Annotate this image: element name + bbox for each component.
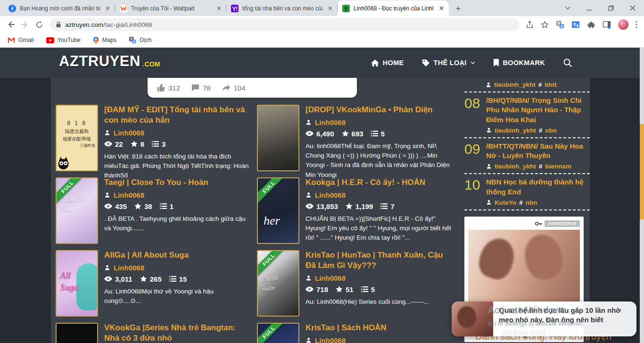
translate-page-icon[interactable] xyxy=(571,20,580,29)
restore-icon[interactable] xyxy=(608,5,614,11)
story-stats: 718 51 5 xyxy=(305,285,451,293)
side-panel-icon[interactable] xyxy=(603,20,611,29)
story-cover[interactable]: FULL Close To You xyxy=(56,177,98,244)
tab-title: Truyện của Tôi - Wattpad xyxy=(131,5,211,12)
story-author[interactable]: Linh0068 xyxy=(305,191,451,199)
comments-counter[interactable]: 78 xyxy=(191,84,211,92)
notification-toast[interactable]: Quan hệ tình dục lâu gấp 10 lần nhờ mẹo … xyxy=(452,301,636,336)
story-cover[interactable]: Nhà xyxy=(56,323,98,343)
full-ribbon: FULL xyxy=(257,323,287,343)
rank-item[interactable]: 10 NBN Học bá dưỡng thành hệ thống End K… xyxy=(464,177,590,206)
minimize-icon[interactable] xyxy=(586,5,592,11)
shares-counter[interactable]: 104 xyxy=(222,84,246,92)
rank-author[interactable]: tieubinh_ykht # bhtt xyxy=(486,81,590,88)
story-title[interactable]: [ĐAM MỸ - EDIT] Tổng tài nhà bên và con … xyxy=(104,105,250,125)
translate-ext-icon[interactable] xyxy=(556,20,564,29)
story-title[interactable]: [DROP] VKookMinGa • Phản Diện xyxy=(305,105,451,115)
author-name: Linh0068 xyxy=(315,118,346,126)
story-cover[interactable]: FULL Thanh xuân xyxy=(257,250,299,317)
rank-title[interactable]: /BHTT/QT/NBN/ Sau Này Hoa Nở - Luyên Thu… xyxy=(486,142,590,161)
wattpad-icon xyxy=(120,5,127,12)
views-count: 435 xyxy=(115,202,127,210)
logo-text: AZTRUYEN xyxy=(59,53,140,70)
story-author[interactable]: Linh0068 xyxy=(305,118,451,126)
bookmark-youtube[interactable]: YouTube xyxy=(46,37,81,43)
story-title[interactable]: Kookga | H.E.R - Cô ấy! - HOÀN xyxy=(305,177,451,188)
rank-author[interactable]: KuteYo # nbn xyxy=(486,199,590,206)
rank-author[interactable]: tieubinh_ykht # biennam xyxy=(486,163,590,170)
close-icon[interactable] xyxy=(215,5,223,12)
story-cover[interactable]: FULL her xyxy=(257,177,299,244)
story-stats: 13,853 1,199 7 xyxy=(305,202,451,210)
cover-text: her xyxy=(264,212,292,229)
site-logo[interactable]: AZTRUYEN .COM xyxy=(59,53,160,70)
bookmark-dich[interactable]: Dịch xyxy=(129,36,151,44)
story-title[interactable]: VKookGa |Series Nhà trẻ Bangtan: Nhà có … xyxy=(104,323,250,343)
forward-icon[interactable] xyxy=(19,18,31,31)
close-window-icon[interactable] xyxy=(630,5,636,11)
parts-count: 7 xyxy=(390,202,394,210)
close-icon[interactable] xyxy=(104,5,111,12)
dashed-divider xyxy=(464,137,590,138)
close-icon[interactable] xyxy=(438,5,445,12)
story-cover[interactable]: 8 1 8 隔壁总裁和 他家的影帝喵 ◎逢时遇 xyxy=(56,105,98,171)
kebab-menu-icon[interactable] xyxy=(636,21,637,28)
back-icon[interactable] xyxy=(5,18,17,31)
address-bar[interactable]: aztruyen.com/tac-gia/Linh0068 xyxy=(50,18,519,31)
story-cover[interactable]: FULL xyxy=(257,323,299,343)
rank-title[interactable]: NBN Học bá dưỡng thành hệ thống End xyxy=(486,177,590,197)
bookmark-gmail[interactable]: Gmail xyxy=(8,37,34,43)
story-card: FULL KrisTao | Sách HOÀN Linh0068 408 62… xyxy=(257,323,451,343)
story-title[interactable]: KrisTao | HunTao | Thanh Xuân, Cậu Đã Là… xyxy=(305,250,451,271)
story-author[interactable]: Linh0068 xyxy=(104,191,250,199)
toast-text[interactable]: Quan hệ tình dục lâu gấp 10 lần nhờ mẹo … xyxy=(493,301,636,336)
share-icon[interactable] xyxy=(526,21,534,29)
story-title[interactable]: KrisTao | Sách HOÀN xyxy=(305,323,451,333)
story-cover[interactable] xyxy=(257,105,299,171)
scrollbar-thumb[interactable] xyxy=(640,124,644,219)
extensions-puzzle-icon[interactable] xyxy=(587,20,595,29)
new-tab-button[interactable] xyxy=(452,2,465,15)
tab-facebook[interactable]: Bạn Hoàng mời cưới đã nhắn tin xyxy=(4,0,115,16)
shares-count: 104 xyxy=(234,84,246,92)
rank-item[interactable]: 09 /BHTT/QT/NBN/ Sau Này Hoa Nở - Luyên … xyxy=(464,142,590,170)
ad-network-label[interactable]: ADSKEEPER xyxy=(545,220,580,227)
tab-search-chevron-icon[interactable] xyxy=(565,6,570,10)
likes-counter[interactable]: 312 xyxy=(157,84,180,92)
nav-bookmark[interactable]: BOOKMARK xyxy=(493,59,545,67)
story-title[interactable]: Taegi | Close To You - Hoàn xyxy=(104,177,250,188)
rank-title[interactable]: /BH/QT/NBN/ Trọng Sinh Chi Phu Nhân Ngươ… xyxy=(486,96,590,125)
page-scrollbar[interactable] xyxy=(640,48,644,343)
nav-search[interactable] xyxy=(563,58,572,67)
rank-tag: biennam xyxy=(545,163,571,170)
url-text: aztruyen.com/tac-gia/Linh0068 xyxy=(65,21,152,28)
rank-author[interactable]: tieubinh_ykht # nbn xyxy=(486,127,590,134)
window-controls xyxy=(565,0,639,16)
rank-item[interactable]: 08 /BH/QT/NBN/ Trọng Sinh Chi Phu Nhân N… xyxy=(464,96,590,134)
tab-yahoo[interactable]: tổng tài nhà bên và con mèo của xyxy=(226,0,338,16)
tab-aztruyen-active[interactable]: Linh0068 - Đọc truyện của Linh00 xyxy=(338,0,449,16)
nav-home[interactable]: HOME xyxy=(371,59,404,67)
person-icon xyxy=(305,192,312,198)
bookmark-maps[interactable]: Maps xyxy=(93,36,117,44)
reload-icon[interactable] xyxy=(33,18,45,31)
tab-wattpad[interactable]: Truyện của Tôi - Wattpad xyxy=(115,0,226,16)
close-icon[interactable] xyxy=(326,5,334,12)
story-cover[interactable]: All Suga xyxy=(56,250,98,317)
story-author[interactable]: Linh0068 xyxy=(305,274,451,282)
lock-icon[interactable] xyxy=(56,21,61,28)
nav-the-loai[interactable]: THỂ LOẠI xyxy=(422,59,475,67)
author-name: Linh0068 xyxy=(315,274,346,282)
main-nav: HOME THỂ LOẠI BOOKMARK xyxy=(371,48,572,78)
story-author[interactable]: Linh0068 xyxy=(104,129,250,137)
story-author[interactable]: Linh0068 xyxy=(305,336,451,343)
rank-tag: nbn xyxy=(526,199,537,206)
story-title[interactable]: AllGa | All About Suga xyxy=(104,250,250,260)
bookmark-star-icon[interactable] xyxy=(541,21,549,29)
bookmark-label: Dịch xyxy=(140,37,151,43)
bookmark-label: YouTube xyxy=(58,37,81,43)
tab-title: tổng tài nhà bên và con mèo của xyxy=(242,5,322,12)
ad-image[interactable] xyxy=(468,230,580,301)
story-author[interactable]: Linh0068 xyxy=(104,264,250,272)
profile-avatar[interactable] xyxy=(618,19,628,30)
